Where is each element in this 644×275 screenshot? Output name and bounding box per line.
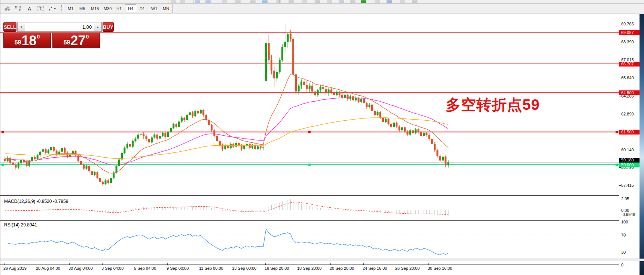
clipped-toolbar-icon[interactable] <box>276 0 281 3</box>
candle <box>385 119 387 122</box>
axis-tick <box>619 150 621 150</box>
pane-splitter[interactable] <box>0 195 640 195</box>
candle <box>80 161 82 165</box>
equidistant-channel-icon[interactable]: E <box>3 4 12 13</box>
candle <box>298 86 300 92</box>
rsi-pane[interactable] <box>0 221 619 265</box>
candle <box>94 172 95 175</box>
candle <box>126 144 128 148</box>
timeframe-w1[interactable]: W1 <box>148 4 161 12</box>
volume-increase-button[interactable]: ▲ <box>94 22 101 31</box>
clipped-toolbar-icon[interactable] <box>289 0 294 3</box>
clipped-toolbar-icon[interactable] <box>400 0 405 3</box>
candle <box>230 144 232 148</box>
candle <box>181 118 183 122</box>
clipped-toolbar-icon[interactable] <box>361 0 366 3</box>
line-handle[interactable] <box>616 164 618 166</box>
timeframe-h1[interactable]: H1 <box>113 4 125 12</box>
pane-splitter[interactable] <box>0 220 640 220</box>
chart-window: ▲ UKOil-,H4 58.910 59.270 58.880 59.180 … <box>0 14 644 275</box>
candle <box>328 90 330 93</box>
candle <box>97 172 98 178</box>
chinese-annotation: 多空转折点59 <box>446 95 540 115</box>
clipped-toolbar-icon[interactable] <box>235 0 241 3</box>
timeframe-m5[interactable]: M5 <box>76 4 88 12</box>
clipped-toolbar-icon[interactable] <box>205 0 211 3</box>
macd-signal-line <box>5 202 448 215</box>
clipped-toolbar-icon[interactable] <box>180 0 185 3</box>
candle <box>216 136 218 141</box>
clipped-toolbar-icon[interactable] <box>375 0 380 3</box>
clipped-toolbar-icon[interactable] <box>250 0 256 3</box>
clipped-toolbar-icon[interactable] <box>350 0 355 3</box>
candle <box>86 166 88 169</box>
candle <box>61 148 63 152</box>
trading-terminal-window: EFAT M1M5M15M30H1H4D1W1MN ▲ UKOil-,H4 58… <box>0 0 644 275</box>
candle <box>374 111 376 115</box>
axis-tick <box>619 42 621 42</box>
one-click-trade-panel: SELL ▼ ▲ BUY 59 18 0 59 27 0 <box>3 22 100 48</box>
candle <box>107 180 109 183</box>
candle <box>382 118 384 122</box>
candle <box>238 143 240 145</box>
volume-decrease-button[interactable]: ▼ <box>18 22 25 31</box>
rsi-scale-label: 100 <box>621 220 628 224</box>
bid-price-display[interactable]: 59 18 0 <box>3 33 51 48</box>
desktop-edge-strip <box>640 14 644 275</box>
buy-button[interactable]: BUY <box>103 22 113 32</box>
clipped-toolbar-icon[interactable] <box>339 0 344 3</box>
line-handle[interactable] <box>308 131 311 133</box>
clipped-toolbar-icon[interactable] <box>412 0 417 3</box>
sell-button[interactable]: SELL <box>3 22 16 32</box>
svg-text:A: A <box>28 6 31 12</box>
timeframe-mn[interactable]: MN <box>160 4 172 12</box>
support-price-badge: 59.000 <box>619 163 640 167</box>
toolbar-separator <box>279 0 280 4</box>
text-icon[interactable]: A <box>25 4 34 13</box>
timeframe-h4[interactable]: H4 <box>125 4 136 12</box>
ask-price-display[interactable]: 59 27 0 <box>52 33 100 48</box>
candle <box>300 82 302 86</box>
clipped-toolbar-icon[interactable] <box>222 0 227 3</box>
candle <box>265 43 267 81</box>
rsi-scale-label: 30 <box>621 250 626 254</box>
clipped-toolbar-icon[interactable] <box>302 0 307 3</box>
candle <box>189 112 191 115</box>
macd-pane[interactable] <box>0 196 619 220</box>
candle <box>330 90 332 92</box>
line-handle[interactable] <box>1 131 4 133</box>
candle <box>170 128 172 132</box>
candle <box>396 123 397 127</box>
candle <box>418 129 419 132</box>
candle <box>309 86 311 89</box>
clipped-toolbar-icon[interactable] <box>195 0 200 3</box>
price-axis[interactable]: 69.76568.39067.01565.64064.26562.89060.1… <box>619 14 640 272</box>
arrows-icon[interactable] <box>48 4 57 13</box>
clipped-toolbar-icon[interactable] <box>262 0 268 3</box>
clipped-toolbar-icon[interactable] <box>327 0 332 3</box>
timeframe-m15[interactable]: M15 <box>88 4 102 12</box>
text-label-icon[interactable]: T <box>36 4 45 13</box>
bottom-bar <box>0 259 644 261</box>
candle <box>34 157 36 159</box>
time-tick <box>396 263 396 265</box>
bid-pips: 18 <box>21 34 36 47</box>
fibonacci-icon[interactable]: F <box>14 4 23 13</box>
timeframe-m1[interactable]: M1 <box>65 4 76 12</box>
clipped-toolbar-icon[interactable] <box>171 0 176 3</box>
clipped-toolbar-icon[interactable] <box>315 0 320 3</box>
toolbar-grip[interactable] <box>61 5 63 12</box>
candle <box>26 162 28 166</box>
candle <box>50 147 52 150</box>
volume-input[interactable] <box>25 22 94 31</box>
candle <box>64 148 65 153</box>
timeframe-d1[interactable]: D1 <box>137 4 148 12</box>
line-handle[interactable] <box>1 164 4 166</box>
line-handle[interactable] <box>616 131 618 133</box>
clipped-toolbar-icon[interactable] <box>387 0 392 3</box>
line-handle[interactable] <box>308 164 311 166</box>
timeframe-m30[interactable]: M30 <box>101 4 115 12</box>
axis-tick <box>619 24 621 24</box>
candle <box>45 149 47 153</box>
candle <box>159 136 161 139</box>
